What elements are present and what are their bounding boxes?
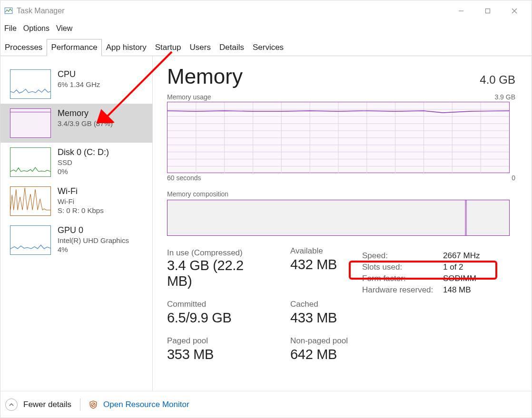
composition-label: Memory composition: [167, 190, 515, 198]
form-value: SODIMM: [443, 274, 476, 283]
performance-detail: Memory 4.0 GB Memory usage 3.9 GB 60 sec…: [153, 56, 532, 391]
disk-type: SSD: [58, 158, 109, 166]
paged-value: 353 MB: [167, 347, 270, 362]
wifi-throughput: S: 0 R: 0 Kbps: [58, 206, 104, 214]
memory-total: 4.0 GB: [480, 73, 515, 87]
tab-users[interactable]: Users: [186, 39, 215, 56]
axis-left: 60 seconds: [167, 174, 201, 182]
wifi-adapter: Wi-Fi: [58, 197, 104, 205]
title-bar: Task Manager: [0, 0, 532, 21]
gpu-name: Intel(R) UHD Graphics: [58, 236, 129, 244]
menu-bar: File Options View: [0, 21, 532, 36]
form-key: Form factor:: [362, 274, 443, 283]
tab-details[interactable]: Details: [215, 39, 248, 56]
available-label: Available: [290, 246, 348, 256]
sidebar-item-cpu[interactable]: CPU 6% 1.34 GHz: [0, 65, 152, 104]
sidebar-item-disk[interactable]: Disk 0 (C: D:) SSD 0%: [0, 143, 152, 182]
close-button[interactable]: [501, 1, 528, 20]
slots-value: 1 of 2: [443, 262, 463, 272]
usage-graph-label: Memory usage: [167, 93, 211, 101]
speed-key: Speed:: [362, 251, 443, 261]
paged-label: Paged pool: [167, 336, 270, 346]
inuse-value: 3.4 GB (22.2 MB): [167, 258, 270, 289]
shield-icon: [89, 400, 98, 409]
menu-options[interactable]: Options: [23, 24, 49, 33]
nonpaged-label: Non-paged pool: [290, 336, 348, 346]
footer: Fewer details Open Resource Monitor: [0, 391, 532, 418]
page-title: Memory: [167, 65, 243, 88]
cpu-sparkline: [10, 69, 51, 99]
sidebar-item-memory[interactable]: Memory 3.4/3.9 GB (87%): [0, 104, 152, 143]
speed-value: 2667 MHz: [443, 251, 480, 261]
tab-startup[interactable]: Startup: [151, 39, 186, 56]
usage-graph-max: 3.9 GB: [494, 93, 515, 101]
memory-sparkline: [10, 108, 51, 138]
hwres-key: Hardware reserved:: [362, 285, 443, 295]
memory-properties: Speed:2667 MHz Slots used:1 of 2 Form fa…: [362, 248, 480, 362]
cpu-title: CPU: [58, 69, 100, 79]
gpu-usage-text: 4%: [58, 245, 129, 253]
available-value: 432 MB: [290, 257, 348, 272]
sidebar-item-wifi[interactable]: Wi-Fi Wi-Fi S: 0 R: 0 Kbps: [0, 182, 152, 221]
memory-usage-text: 3.4/3.9 GB (87%): [58, 119, 113, 127]
gpu-title: GPU 0: [58, 225, 129, 235]
memory-title: Memory: [58, 108, 113, 118]
memory-composition-bar: [167, 200, 510, 236]
window-title: Task Manager: [17, 7, 65, 15]
svg-rect-2: [486, 9, 490, 13]
cached-label: Cached: [290, 300, 348, 309]
committed-label: Committed: [167, 300, 270, 309]
committed-value: 6.5/9.9 GB: [167, 310, 270, 326]
minimize-button[interactable]: [448, 1, 474, 20]
tab-processes[interactable]: Processes: [0, 39, 47, 56]
app-icon: [4, 7, 13, 15]
divider: [80, 399, 80, 411]
tab-app-history[interactable]: App history: [102, 39, 151, 56]
nonpaged-value: 642 MB: [290, 347, 348, 362]
menu-file[interactable]: File: [4, 24, 17, 33]
cpu-usage-text: 6% 1.34 GHz: [58, 80, 100, 88]
menu-view[interactable]: View: [56, 24, 72, 33]
slots-key: Slots used:: [362, 262, 443, 272]
disk-usage-text: 0%: [58, 167, 109, 175]
sidebar-item-gpu[interactable]: GPU 0 Intel(R) UHD Graphics 4%: [0, 221, 152, 260]
chevron-up-icon[interactable]: [5, 399, 18, 411]
disk-sparkline: [10, 147, 51, 177]
wifi-sparkline: [10, 186, 51, 216]
maximize-button[interactable]: [474, 1, 501, 20]
cached-value: 433 MB: [290, 310, 348, 326]
gpu-sparkline: [10, 225, 51, 255]
disk-title: Disk 0 (C: D:): [58, 147, 109, 157]
performance-sidebar: CPU 6% 1.34 GHz Memory 3.4/3.9 GB (87%) …: [0, 56, 153, 391]
hwres-value: 148 MB: [443, 285, 471, 295]
fewer-details-button[interactable]: Fewer details: [23, 400, 71, 409]
tab-performance[interactable]: Performance: [47, 39, 101, 56]
tab-bar: Processes Performance App history Startu…: [0, 39, 532, 56]
svg-rect-0: [5, 8, 12, 13]
memory-usage-graph: [167, 102, 510, 173]
wifi-title: Wi-Fi: [58, 186, 104, 196]
open-resource-monitor-link[interactable]: Open Resource Monitor: [103, 400, 189, 409]
axis-right: 0: [512, 174, 515, 182]
tab-services[interactable]: Services: [248, 39, 288, 56]
